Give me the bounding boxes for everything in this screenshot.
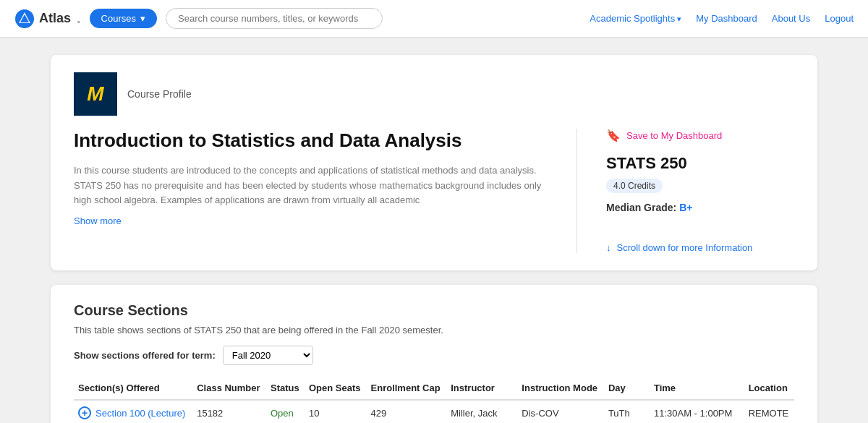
course-code: STATS 250 [606, 154, 794, 173]
course-profile-header: M Course Profile [74, 72, 794, 116]
atlas-logo-icon [14, 9, 35, 29]
course-sections-card: Course Sections This table shows section… [51, 285, 817, 423]
save-label: Save to My Dashboard [626, 130, 722, 141]
sections-title: Course Sections [74, 302, 794, 319]
cell-day-0: TuTh [604, 400, 650, 423]
courses-btn-label: Courses [101, 13, 136, 24]
col-time: Time [650, 377, 744, 400]
cell-enrollment-cap-0: 429 [367, 400, 447, 423]
credits-badge: 4.0 Credits [606, 179, 663, 193]
course-profile-card: M Course Profile Introduction to Statist… [51, 55, 817, 270]
col-location: Location [744, 377, 794, 400]
col-status: Status [266, 377, 305, 400]
header: Atlas . Courses ▾ Academic Spotlights My… [0, 0, 868, 38]
col-instruction-mode: Instruction Mode [517, 377, 604, 400]
cell-instruction-mode-0: Dis-COV [517, 400, 604, 423]
sections-table: Section(s) Offered Class Number Status O… [74, 377, 794, 423]
course-description: In this course students are introduced t… [74, 163, 548, 208]
cell-time-0: 11:30AM - 1:00PM [650, 400, 744, 423]
term-select-row: Show sections offered for term: Fall 202… [74, 346, 794, 365]
nav-logout[interactable]: Logout [825, 13, 854, 24]
nav-academic-spotlights[interactable]: Academic Spotlights [590, 13, 681, 24]
table-row: + Section 100 (Lecture) 15182 Open 10 42… [74, 400, 794, 423]
scroll-down-button[interactable]: ↓ Scroll down for more Information [606, 242, 794, 253]
cell-section-0: + Section 100 (Lecture) [74, 400, 192, 423]
search-input[interactable] [166, 8, 383, 29]
table-header: Section(s) Offered Class Number Status O… [74, 377, 794, 400]
sections-subtitle: This table shows sections of STATS 250 t… [74, 325, 794, 336]
course-right-panel: 🔖 Save to My Dashboard STATS 250 4.0 Cre… [577, 129, 794, 253]
term-label: Show sections offered for term: [74, 350, 216, 361]
scroll-down-label: Scroll down for more Information [617, 242, 753, 253]
logo-dot: . [77, 10, 81, 27]
courses-button[interactable]: Courses ▾ [90, 9, 157, 28]
cell-location-0: REMOTE [744, 400, 794, 423]
cell-open-seats-0: 10 [305, 400, 367, 423]
status-text-0: Open [271, 408, 294, 419]
nav-my-dashboard[interactable]: My Dashboard [696, 13, 757, 24]
university-logo-m: M [87, 82, 103, 106]
col-sections-offered: Section(s) Offered [74, 377, 192, 400]
term-select[interactable]: Fall 2020 Winter 2021 Spring 2021 [223, 346, 313, 365]
col-enrollment-cap: Enrollment Cap [367, 377, 447, 400]
nav-about-us[interactable]: About Us [772, 13, 810, 24]
university-logo: M [74, 72, 117, 116]
save-to-dashboard-button[interactable]: 🔖 Save to My Dashboard [606, 129, 794, 142]
courses-chevron-icon: ▾ [140, 13, 145, 24]
cell-class-number-0: 15182 [192, 400, 266, 423]
plus-button-0[interactable]: + [78, 406, 91, 419]
course-left-panel: Introduction to Statistics and Data Anal… [74, 129, 577, 253]
logo: Atlas . [14, 9, 81, 29]
section-link-0[interactable]: + Section 100 (Lecture) [78, 406, 188, 419]
median-grade: Median Grade: B+ [606, 202, 794, 213]
col-instructor: Instructor [446, 377, 517, 400]
col-day: Day [604, 377, 650, 400]
course-title: Introduction to Statistics and Data Anal… [74, 129, 548, 153]
bookmark-icon: 🔖 [606, 129, 621, 142]
course-profile-label: Course Profile [127, 88, 192, 100]
median-grade-label: Median Grade: [606, 202, 676, 213]
course-content: Introduction to Statistics and Data Anal… [74, 129, 794, 253]
cell-instructor-0: Miller, Jack [446, 400, 517, 423]
table-body: + Section 100 (Lecture) 15182 Open 10 42… [74, 400, 794, 423]
main-content: M Course Profile Introduction to Statist… [0, 38, 868, 423]
col-class-number: Class Number [192, 377, 266, 400]
logo-text: Atlas [39, 11, 71, 26]
median-grade-value: B+ [679, 202, 692, 213]
header-left: Atlas . Courses ▾ [14, 8, 590, 29]
col-open-seats: Open Seats [305, 377, 367, 400]
section-name-0: Section 100 (Lecture) [95, 408, 185, 419]
show-more-link[interactable]: Show more [74, 215, 548, 226]
scroll-down-arrow-icon: ↓ [606, 242, 611, 253]
cell-status-0: Open [266, 400, 305, 423]
header-nav: Academic Spotlights My Dashboard About U… [590, 13, 854, 24]
